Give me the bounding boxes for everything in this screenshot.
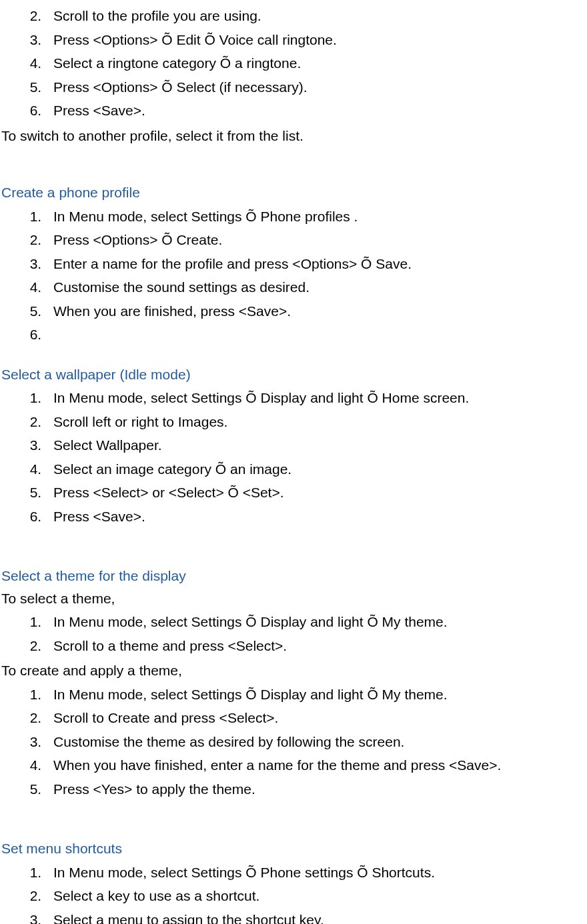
list-item: Scroll to Create and press <Select>. [45,707,582,729]
section4-list1: In Menu mode, select Settings Õ Display … [1,611,582,656]
list-item: Enter a name for the profile and press <… [45,253,582,275]
list-item: Press <Options> Õ Create. [45,229,582,251]
list-item: Scroll to a theme and press <Select>. [45,635,582,657]
list-item: Select Wallpaper. [45,435,582,456]
list-item: Press <Yes> to apply the theme. [45,779,582,800]
section4-heading: Select a theme for the display [1,565,582,587]
list-item: Press <Save>. [45,100,582,121]
list-item [45,324,582,345]
list-item: Press <Options> Õ Edit Õ Voice call ring… [45,29,582,51]
list-item: In Menu mode, select Settings Õ Display … [45,387,582,409]
section3-list: In Menu mode, select Settings Õ Display … [1,387,582,527]
list-item: When you are finished, press <Save>. [45,301,582,322]
list-item: In Menu mode, select Settings Õ Phone pr… [45,206,582,227]
list-item: In Menu mode, select Settings Õ Display … [45,684,582,705]
list-item: In Menu mode, select Settings Õ Display … [45,611,582,633]
section2-list: In Menu mode, select Settings Õ Phone pr… [1,206,582,345]
section4-intro2: To create and apply a theme, [1,660,582,681]
section4-intro1: To select a theme, [1,588,582,609]
list-item: Customise the theme as desired by follow… [45,731,582,753]
list-item: In Menu mode, select Settings Õ Phone se… [45,862,582,883]
list-item: Scroll to the profile you are using. [45,5,582,27]
list-item: When you have finished, enter a name for… [45,755,582,776]
spacer [1,531,582,547]
section3-heading: Select a wallpaper (Idle mode) [1,364,582,385]
list-item: Customise the sound settings as desired. [45,277,582,298]
list-item: Select a menu to assign to the shortcut … [45,909,582,925]
section2-heading: Create a phone profile [1,182,582,203]
list-item: Select a key to use as a shortcut. [45,885,582,907]
section4-list2: In Menu mode, select Settings Õ Display … [1,684,582,800]
list-item: Press <Options> Õ Select (if necessary). [45,77,582,98]
section5-heading: Set menu shortcuts [1,838,582,859]
section1-list: Scroll to the profile you are using.Pres… [1,5,582,121]
list-item: Select an image category Õ an image. [45,459,582,480]
section5-list: In Menu mode, select Settings Õ Phone se… [1,862,582,925]
spacer [1,803,582,819]
spacer [1,147,582,163]
list-item: Press <Select> or <Select> Õ <Set>. [45,482,582,503]
section1-trailing: To switch to another profile, select it … [1,125,582,147]
list-item: Select a ringtone category Õ a ringtone. [45,53,582,74]
list-item: Scroll left or right to Images. [45,411,582,433]
list-item: Press <Save>. [45,506,582,527]
